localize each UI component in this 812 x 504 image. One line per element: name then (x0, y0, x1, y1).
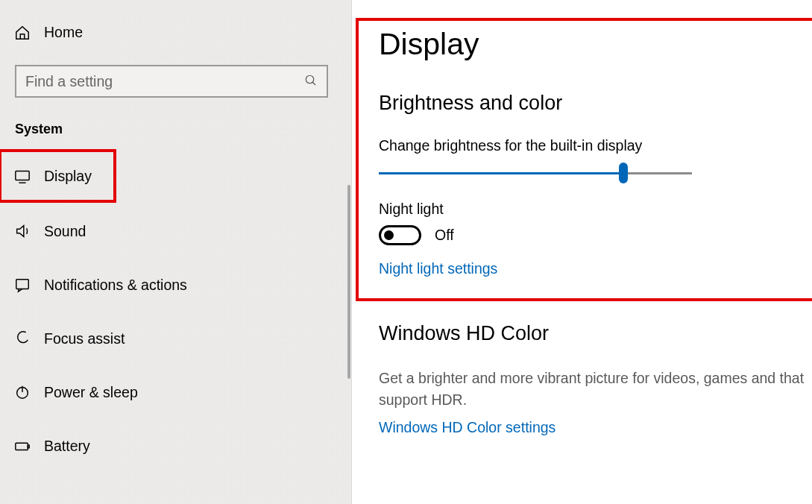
sidebar-item-sound[interactable]: Sound (0, 204, 351, 258)
main-content: Display Brightness and color Change brig… (352, 0, 812, 504)
focus-assist-icon (14, 330, 44, 347)
search-icon (304, 74, 318, 89)
power-icon (14, 384, 44, 400)
svg-rect-8 (28, 445, 29, 448)
slider-thumb[interactable] (619, 163, 628, 183)
settings-sidebar: Home System Display Sound Notifications … (0, 0, 352, 504)
svg-rect-2 (16, 171, 29, 180)
notifications-icon (14, 277, 44, 293)
home-label: Home (44, 24, 83, 41)
nav-list: Display Sound Notifications & actions Fo… (0, 151, 351, 473)
hd-settings-link[interactable]: Windows HD Color settings (379, 419, 556, 436)
night-light-toggle[interactable] (379, 225, 421, 245)
home-icon (14, 25, 44, 41)
sidebar-scrollbar[interactable] (347, 185, 350, 379)
svg-rect-7 (16, 443, 28, 450)
svg-point-0 (306, 75, 314, 84)
brightness-slider[interactable] (379, 162, 692, 184)
display-icon (14, 168, 44, 184)
search-box[interactable] (15, 65, 328, 98)
sidebar-item-label: Battery (44, 438, 90, 455)
sidebar-item-focus-assist[interactable]: Focus assist (0, 312, 351, 365)
toggle-knob (384, 230, 394, 240)
slider-fill (379, 172, 623, 174)
home-nav[interactable]: Home (0, 13, 351, 51)
hd-section-title: Windows HD Color (379, 322, 812, 345)
sidebar-item-label: Focus assist (44, 330, 125, 347)
hd-description: Get a brighter and more vibrant picture … (379, 368, 812, 412)
brightness-slider-label: Change brightness for the built-in displ… (379, 137, 812, 154)
sidebar-item-notifications[interactable]: Notifications & actions (0, 258, 351, 312)
search-input[interactable] (25, 73, 304, 90)
sidebar-item-battery[interactable]: Battery (0, 419, 351, 473)
brightness-section-title: Brightness and color (379, 92, 812, 115)
sidebar-item-display[interactable]: Display (0, 151, 115, 201)
night-light-label: Night light (379, 201, 812, 218)
sidebar-item-power-sleep[interactable]: Power & sleep (0, 365, 351, 419)
category-label: System (0, 98, 351, 151)
svg-rect-4 (16, 280, 29, 289)
sidebar-item-label: Power & sleep (44, 384, 138, 401)
night-light-state: Off (435, 227, 454, 244)
sidebar-item-label: Display (44, 168, 92, 185)
sidebar-item-label: Notifications & actions (44, 277, 187, 294)
battery-icon (14, 438, 44, 454)
sidebar-item-label: Sound (44, 223, 86, 240)
page-title: Display (379, 27, 812, 62)
sound-icon (14, 223, 44, 239)
night-light-settings-link[interactable]: Night light settings (379, 260, 497, 277)
svg-line-1 (312, 82, 315, 85)
